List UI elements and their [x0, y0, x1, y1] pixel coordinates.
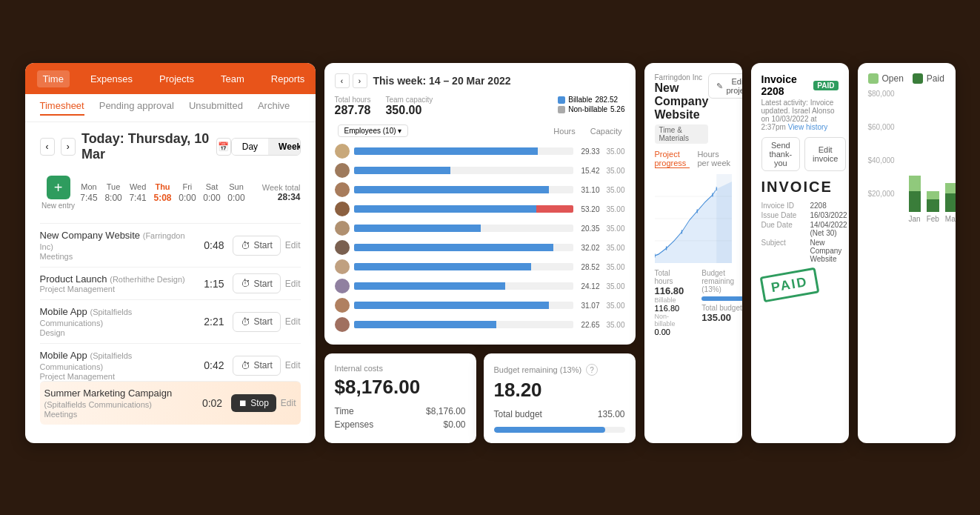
calendar-button[interactable]: 📅	[216, 138, 231, 156]
day-wed: Wed 7:41	[129, 182, 146, 203]
tab-project-progress[interactable]: Project progress	[655, 150, 690, 168]
bar-month-label: Jan	[909, 215, 921, 223]
nav-item-reports[interactable]: Reports	[265, 70, 311, 87]
start-button-0[interactable]: ⏱ Start	[233, 236, 280, 256]
bar-group: Mar	[945, 90, 956, 223]
week-prev-button[interactable]: ‹	[335, 73, 350, 88]
employee-row: 31.10 35.00	[335, 180, 625, 199]
edit-button-0[interactable]: Edit	[285, 240, 301, 250]
employee-avatar	[335, 221, 350, 236]
day-thu: Thu 5:08	[153, 182, 171, 203]
entry-project-1: Product Launch	[40, 273, 107, 285]
edit-invoice-button[interactable]: Edit invoice	[804, 137, 846, 171]
entry-type-1: Project Management	[40, 285, 195, 293]
entry-time-0: 0:48	[194, 239, 224, 251]
new-entry-button[interactable]: +	[47, 176, 70, 199]
prev-day-button[interactable]: ‹	[40, 138, 55, 156]
bar-open	[909, 176, 921, 191]
bar-paid	[945, 193, 956, 212]
nav-item-projects[interactable]: Projects	[153, 70, 200, 87]
billable-value: 282.52	[595, 96, 618, 104]
employee-avatar	[335, 298, 350, 313]
employee-avatar	[335, 182, 350, 197]
employee-row: 15.42 35.00	[335, 161, 625, 180]
employee-capacity: 35.00	[604, 263, 625, 271]
time-label: Time	[335, 406, 354, 416]
employees-count-label: Employees (10)	[344, 127, 396, 135]
clock-icon-2: ⏱	[241, 316, 250, 328]
date-header: ‹ › Today: Thursday, 10 Mar 📅 Day Week	[40, 131, 301, 162]
entry-project-2: Mobile App	[40, 306, 87, 317]
edit-button-3[interactable]: Edit	[285, 360, 301, 371]
entry-type-0: Meetings	[40, 252, 195, 261]
day-view-button[interactable]: Day	[232, 139, 268, 155]
date-title: Today: Thursday, 10 Mar	[81, 131, 210, 162]
view-history-link[interactable]: View history	[788, 123, 828, 131]
employee-capacity: 35.00	[604, 244, 625, 252]
employee-avatar	[335, 163, 350, 178]
project-tag-billing: Time & Materials	[655, 124, 709, 144]
edit-project-button[interactable]: ✎ Edit project	[708, 73, 741, 99]
employee-avatar	[335, 317, 350, 332]
employee-capacity: 35.00	[604, 225, 625, 233]
next-day-button[interactable]: ›	[61, 138, 76, 156]
employee-capacity: 35.00	[604, 205, 625, 213]
nav-item-expenses[interactable]: Expenses	[84, 70, 139, 87]
time-entry-0: New Company Website (Farringdon Inc) Mee…	[40, 223, 301, 267]
employee-hours: 32.02	[578, 244, 600, 252]
day-tue: Tue 8:00	[104, 182, 121, 203]
employee-avatar	[335, 279, 350, 293]
non-billable-value: 5.26	[610, 105, 624, 113]
edit-button-2[interactable]: Edit	[285, 316, 301, 327]
stop-button[interactable]: ⏹ Stop	[231, 394, 276, 412]
send-thankyou-button[interactable]: Send thank-you	[761, 137, 801, 171]
budget-help-icon[interactable]: ?	[586, 364, 598, 376]
week-view-button[interactable]: Week	[268, 139, 300, 155]
employee-bar	[354, 302, 573, 309]
invoice-title: INVOICE	[761, 179, 847, 196]
employee-bar	[354, 244, 573, 251]
employee-avatar	[335, 202, 350, 216]
employee-capacity: 35.00	[604, 167, 625, 175]
nav-item-team[interactable]: Team	[215, 70, 250, 87]
tab-unsubmitted[interactable]: Unsubmitted	[189, 100, 243, 116]
tab-timesheet[interactable]: Timesheet	[40, 100, 84, 116]
nav-bar: Time Expenses Projects Team Reports Invo…	[25, 63, 316, 94]
employees-filter-button[interactable]: Employees (10) ▾	[338, 124, 409, 137]
revenue-chart-panel: Open Paid $80,000 $60,000 $40,000 $20,00…	[858, 63, 956, 443]
day-mon: Mon 7:45	[80, 182, 97, 203]
edit-button-4[interactable]: Edit	[281, 398, 296, 408]
week-panel: ‹ › This week: 14 – 20 Mar 2022 Total ho…	[324, 63, 636, 345]
employee-hours: 15.42	[578, 167, 600, 175]
invoice-detail-row: Due Date14/04/2022 (Net 30)	[761, 221, 847, 237]
employee-avatar	[335, 240, 350, 255]
start-button-2[interactable]: ⏱ Start	[233, 312, 280, 332]
edit-button-1[interactable]: Edit	[285, 279, 301, 289]
total-budget-value: 135.00	[598, 409, 625, 419]
team-capacity-label: Team capacity	[385, 96, 433, 104]
open-legend-label: Open	[882, 73, 904, 84]
start-button-3[interactable]: ⏱ Start	[233, 356, 280, 376]
entry-project-0: New Company Website	[40, 230, 141, 241]
employee-row: 31.07 35.00	[335, 296, 625, 315]
start-button-1[interactable]: ⏱ Start	[233, 273, 280, 293]
clock-icon-1: ⏱	[241, 278, 250, 289]
employee-capacity: 35.00	[604, 186, 625, 194]
nav-item-time[interactable]: Time	[37, 70, 70, 87]
week-next-button[interactable]: ›	[353, 73, 367, 88]
y-label-40k: $40,000	[868, 156, 895, 165]
tab-archive[interactable]: Archive	[258, 100, 290, 116]
bar-group: Jan	[909, 90, 921, 223]
total-hours-label: Total hours	[335, 96, 371, 104]
y-label-60k: $60,000	[868, 123, 895, 131]
budget-panel: Budget remaining (13%) ? 18.20 Total bud…	[484, 353, 636, 443]
employee-row: 28.52 35.00	[335, 257, 625, 276]
time-value: $8,176.00	[426, 406, 465, 416]
employee-bar	[354, 282, 573, 290]
paid-legend-box	[913, 73, 923, 84]
invoice-number: Invoice 2208	[761, 73, 810, 97]
tab-pending[interactable]: Pending approval	[99, 100, 174, 116]
tab-hours-per-week[interactable]: Hours per week	[697, 150, 731, 168]
invoice-detail-row: Issue Date16/03/2022	[761, 211, 847, 219]
employee-capacity: 35.00	[604, 282, 625, 290]
